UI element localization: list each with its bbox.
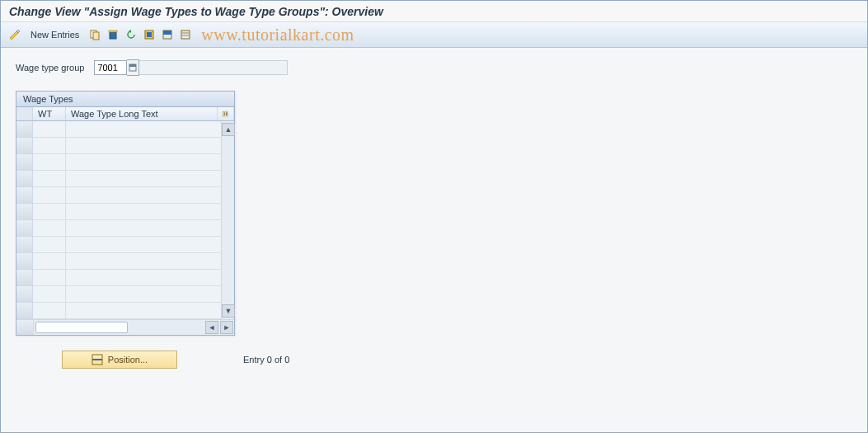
row-selector[interactable]: [16, 121, 33, 138]
table-row: [16, 204, 221, 220]
table-row: [16, 270, 221, 286]
scroll-left-icon[interactable]: ◄: [205, 321, 218, 334]
table-row: [16, 220, 221, 237]
svg-rect-17: [92, 359, 102, 360]
cell-long-text[interactable]: [66, 187, 221, 204]
position-button-label: Position...: [108, 355, 148, 365]
row-selector[interactable]: [16, 138, 33, 154]
table-row: [16, 187, 221, 204]
page-title: Change View "Assign Wage Types to Wage T…: [1, 1, 867, 22]
watermark: www.tutorialkart.com: [201, 26, 354, 45]
cell-long-text[interactable]: [66, 237, 221, 253]
svg-rect-2: [110, 32, 116, 39]
row-selector[interactable]: [16, 253, 33, 270]
scroll-down-icon[interactable]: ▼: [222, 304, 235, 318]
table-row: [16, 154, 221, 171]
svg-rect-7: [163, 31, 171, 35]
cell-wt[interactable]: [33, 253, 66, 270]
table-row: [16, 121, 221, 138]
table-header-row: WT Wage Type Long Text: [16, 107, 234, 121]
cell-long-text[interactable]: [66, 303, 221, 319]
cell-wt[interactable]: [33, 187, 66, 204]
table-settings-icon[interactable]: [218, 107, 234, 120]
cell-long-text[interactable]: [66, 154, 221, 171]
cell-long-text[interactable]: [66, 286, 221, 303]
horizontal-scrollbar[interactable]: [34, 320, 204, 335]
row-selector[interactable]: [16, 270, 33, 286]
svg-rect-13: [223, 111, 228, 116]
cell-long-text[interactable]: [66, 270, 221, 286]
table-row: [16, 303, 221, 319]
svg-rect-12: [129, 64, 136, 67]
app-toolbar: New Entries: [1, 22, 867, 48]
column-header-wt[interactable]: WT: [33, 107, 66, 120]
cell-long-text[interactable]: [66, 171, 221, 187]
wage-types-table: Wage Types WT Wage Type Long Text ▲: [16, 91, 235, 336]
undo-change-icon[interactable]: [124, 27, 138, 42]
table-title: Wage Types: [16, 92, 234, 107]
svg-rect-15: [226, 112, 227, 115]
cell-wt[interactable]: [33, 204, 66, 220]
cell-long-text[interactable]: [66, 253, 221, 270]
svg-rect-5: [147, 32, 152, 37]
row-selector[interactable]: [16, 171, 33, 187]
position-icon: [91, 354, 103, 365]
table-row: [16, 237, 221, 253]
row-selector[interactable]: [16, 220, 33, 237]
toggle-change-display-icon[interactable]: [7, 27, 22, 42]
cell-wt[interactable]: [33, 270, 66, 286]
wage-type-group-label: Wage type group: [16, 63, 84, 73]
cell-long-text[interactable]: [66, 121, 221, 138]
cell-wt[interactable]: [33, 220, 66, 237]
table-row: [16, 286, 221, 303]
row-selector[interactable]: [16, 154, 33, 171]
svg-rect-1: [93, 32, 99, 40]
cell-long-text[interactable]: [66, 138, 221, 154]
wage-type-group-input[interactable]: [94, 60, 127, 75]
row-selector[interactable]: [16, 187, 33, 204]
row-selector[interactable]: [16, 237, 33, 253]
deselect-all-icon[interactable]: [178, 27, 193, 42]
svg-rect-8: [181, 31, 190, 39]
wage-type-group-search-help-icon[interactable]: [127, 59, 139, 76]
column-select-all[interactable]: [16, 107, 33, 120]
entry-counter: Entry 0 of 0: [243, 355, 289, 365]
cell-wt[interactable]: [33, 237, 66, 253]
select-all-icon[interactable]: [142, 27, 157, 42]
new-entries-button[interactable]: New Entries: [26, 28, 84, 41]
svg-rect-14: [224, 112, 225, 115]
copy-icon[interactable]: [87, 27, 102, 42]
row-selector[interactable]: [16, 286, 33, 303]
scroll-up-icon[interactable]: ▲: [222, 123, 235, 136]
cell-wt[interactable]: [33, 171, 66, 187]
cell-wt[interactable]: [33, 303, 66, 319]
row-selector[interactable]: [16, 303, 33, 319]
wage-type-group-description: [139, 60, 288, 75]
svg-rect-3: [109, 31, 117, 32]
cell-wt[interactable]: [33, 286, 66, 303]
select-block-icon[interactable]: [160, 27, 175, 42]
wage-type-group-field: Wage type group: [16, 59, 852, 76]
cell-long-text[interactable]: [66, 220, 221, 237]
position-button[interactable]: Position...: [62, 351, 177, 369]
table-row: [16, 138, 221, 154]
cell-wt[interactable]: [33, 138, 66, 154]
cell-long-text[interactable]: [66, 204, 221, 220]
table-row: [16, 253, 221, 270]
table-row: [16, 171, 221, 187]
vertical-scrollbar[interactable]: ▲ ▼: [221, 121, 234, 319]
delete-icon[interactable]: [106, 27, 120, 42]
scroll-right-icon[interactable]: ►: [220, 321, 233, 334]
column-header-long-text[interactable]: Wage Type Long Text: [66, 107, 218, 120]
cell-wt[interactable]: [33, 154, 66, 171]
row-selector[interactable]: [16, 204, 33, 220]
cell-wt[interactable]: [33, 121, 66, 138]
